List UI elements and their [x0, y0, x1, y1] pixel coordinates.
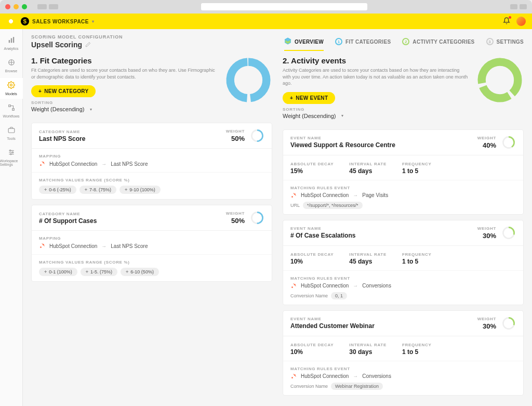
interval-value: 45 days [349, 167, 387, 175]
chevron-down-icon: ▾ [90, 107, 92, 112]
interval-label: INTERVAL RATE [349, 162, 387, 166]
tab-bar: OVERVIEW 1 FIT CATEGORIES 2 ACTIVITY CAT… [284, 37, 524, 51]
range-chip[interactable]: +1-5. (75%) [81, 268, 117, 276]
sidebar-item-workspace-settings[interactable]: Workspace Settings [0, 146, 23, 169]
range-chip[interactable]: +6-10 (50%) [121, 268, 159, 276]
svg-point-44 [291, 377, 293, 378]
category-name-label: CATEGORY NAME [39, 212, 226, 216]
conversion-value[interactable]: 0, 1 [331, 292, 347, 299]
mapping-source: HubSpot Connection [49, 243, 97, 249]
tab-badge: 1 [335, 38, 342, 45]
weight-label: WEIGHT [226, 129, 245, 134]
conversion-value[interactable]: Webinar Registration [331, 383, 383, 390]
close-window-icon[interactable] [5, 4, 10, 9]
target-icon [8, 59, 15, 68]
range-chip[interactable]: +0-6 (-25%) [39, 186, 76, 194]
arrow-right-icon: → [353, 192, 358, 198]
activity-card[interactable]: EVENT NAMEViewed Support & Resource Cent… [283, 129, 524, 215]
svg-rect-45 [293, 374, 296, 377]
mapping-target: Last NPS Score [111, 243, 148, 249]
fit-title: 1. Fit Categories [31, 56, 217, 65]
svg-rect-7 [8, 105, 10, 107]
sort-value: Weight (Descending) [283, 113, 336, 119]
mapping-label: MAPPING [39, 154, 264, 159]
sidebar-label: Analytics [4, 47, 18, 50]
mapping-source: HubSpot Connection [49, 161, 97, 167]
sidebar-item-browse[interactable]: Browse [0, 56, 23, 76]
chevron-down-icon: ▾ [92, 19, 95, 24]
activity-card[interactable]: EVENT NAME# Of Case EscalationsWEIGHT30%… [283, 220, 524, 305]
plus-icon: + [86, 269, 88, 274]
app-logo-icon[interactable] [6, 17, 16, 26]
address-bar[interactable] [201, 3, 367, 10]
workspace-selector[interactable]: S SALES WORKSPACE ▾ [21, 17, 95, 25]
sort-selector[interactable]: Weight (Descending) ▾ [31, 106, 217, 112]
matching-label: MATCHING VALUES RANGE (SCORE %) [39, 178, 264, 182]
range-chip[interactable]: +0-1 (100%) [39, 268, 77, 276]
hubspot-icon [290, 283, 297, 289]
sort-selector[interactable]: Weight (Descending) ▾ [283, 113, 469, 119]
event-name-label: EVENT NAME [290, 317, 477, 321]
tab-fit-categories[interactable]: 1 FIT CATEGORIES [335, 37, 391, 51]
event-name: Viewed Support & Resource Centre [290, 141, 477, 149]
activity-card[interactable]: EVENT NAMEAttended Customer WebinarWEIGH… [283, 310, 524, 396]
sidebar-item-models[interactable]: Models [0, 78, 23, 99]
weight-label: WEIGHT [226, 211, 245, 216]
matching-label: MATCHING VALUES RANGE (SCORE %) [39, 260, 264, 265]
mapping-target: Conversions [362, 283, 391, 289]
fit-card[interactable]: CATEGORY NAMELast NPS ScoreWEIGHT50%MAPP… [31, 123, 272, 200]
weight-ring-icon [501, 135, 516, 150]
event-name-label: EVENT NAME [290, 226, 477, 231]
interval-value: 45 days [349, 258, 387, 265]
svg-point-15 [10, 153, 11, 154]
fit-card[interactable]: CATEGORY NAME# Of Support CasesWEIGHT50%… [31, 205, 272, 282]
plus-icon: + [290, 95, 293, 101]
frequency-label: FREQUENCY [402, 162, 432, 166]
svg-rect-27 [42, 243, 45, 246]
toolbox-icon [8, 126, 15, 135]
range-chip[interactable]: +7-8. (75%) [79, 186, 116, 194]
url-pattern[interactable]: */support/*, */resources/* [303, 202, 363, 209]
frequency-value: 1 to 5 [402, 348, 432, 356]
user-avatar[interactable] [516, 17, 526, 26]
abs-decay-value: 10% [290, 258, 334, 265]
workspace-avatar-icon: S [21, 17, 29, 25]
frequency-value: 1 to 5 [402, 167, 432, 175]
tab-badge: 3 [486, 38, 494, 45]
sidebar-label: Tools [7, 137, 15, 140]
tab-overview[interactable]: OVERVIEW [284, 37, 324, 51]
frequency-label: FREQUENCY [402, 252, 432, 257]
range-chip[interactable]: +9-10 (100%) [119, 186, 161, 194]
maximize-window-icon[interactable] [22, 4, 27, 9]
weight-label: WEIGHT [477, 317, 496, 321]
sidebar-item-workflows[interactable]: Workflows [0, 101, 23, 121]
weight-value: 40% [477, 141, 496, 149]
minimize-window-icon[interactable] [14, 4, 19, 9]
new-category-button[interactable]: + NEW CATEGORY [31, 85, 96, 97]
sidebar-label: Browse [5, 69, 17, 73]
page-title: Upsell Scoring [31, 41, 82, 49]
tab-badge: 2 [402, 38, 409, 45]
arrow-right-icon: → [353, 283, 358, 289]
new-event-button[interactable]: + NEW EVENT [283, 92, 335, 104]
plus-icon: + [44, 269, 47, 274]
event-name-label: EVENT NAME [290, 136, 477, 140]
breadcrumb: SCORING MODEL CONFIGURATION [31, 34, 123, 40]
cube-icon [284, 37, 291, 46]
tab-settings[interactable]: 3 SETTINGS [486, 37, 524, 51]
sidebar-item-analytics[interactable]: Analytics [0, 33, 23, 54]
notifications-button[interactable] [503, 17, 510, 25]
abs-decay-label: ABSOLUTE DECAY [290, 162, 334, 166]
edit-title-button[interactable] [85, 41, 91, 49]
svg-rect-2 [12, 37, 14, 43]
fit-column: 1. Fit Categories Fit Categories are use… [31, 56, 272, 398]
weight-label: WEIGHT [477, 226, 496, 231]
interval-label: INTERVAL RATE [349, 343, 387, 347]
svg-rect-9 [8, 128, 15, 133]
sidebar-item-tools[interactable]: Tools [0, 123, 23, 143]
tab-activity-categories[interactable]: 2 ACTIVITY CATEGORIES [402, 37, 474, 51]
svg-rect-8 [12, 109, 14, 111]
svg-point-34 [291, 196, 293, 198]
abs-decay-label: ABSOLUTE DECAY [290, 252, 334, 257]
sort-label: SORTING [283, 107, 469, 112]
